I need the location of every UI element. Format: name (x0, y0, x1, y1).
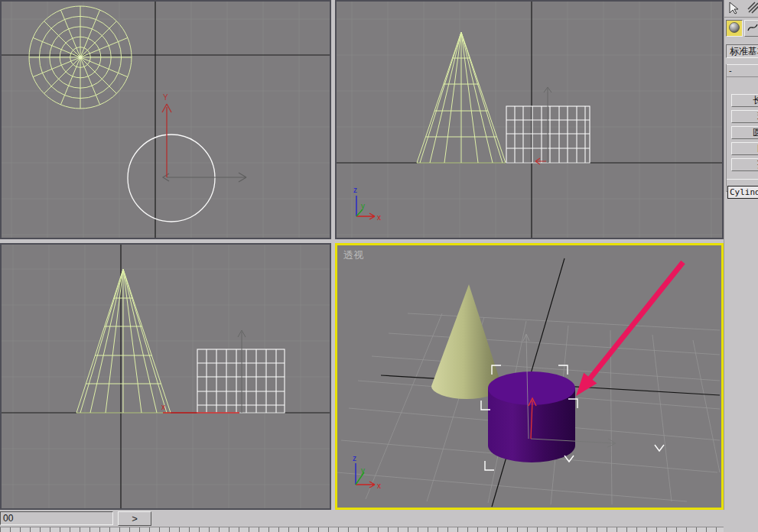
box-button[interactable]: 长方体 (731, 94, 758, 107)
annotation-arrow (576, 261, 685, 396)
cylinder-left-wireframe-selected[interactable] (197, 349, 285, 413)
torus-button[interactable]: 圆环 (731, 142, 758, 155)
tripod-z-label: z (353, 454, 356, 462)
tripod-y-label: y (361, 466, 365, 475)
gizmo-x-axis[interactable] (163, 173, 246, 182)
tripod-z-label: z (353, 186, 357, 194)
viewport-left-canvas: x (0, 243, 331, 510)
viewport-perspective-active[interactable]: 透视 (335, 243, 724, 510)
viewport-left[interactable]: x (0, 243, 331, 510)
command-panel: 标准基本体 - 长方体 球体 圆柱体 圆环 茶壶 - Cylinder01 (724, 0, 758, 532)
shapes-category-button[interactable] (744, 20, 758, 37)
axis-tripod: z x y (353, 186, 381, 222)
geometry-category-button[interactable] (726, 20, 743, 37)
teapot-button[interactable]: 茶壶 (731, 158, 758, 171)
track-bar-ruler[interactable] (0, 527, 724, 532)
move-gizmo[interactable] (535, 87, 551, 164)
tripod-x-axis (356, 482, 375, 488)
time-slider-field[interactable]: 00 (0, 511, 113, 525)
cone-top-wireframe[interactable] (29, 6, 132, 109)
tripod-y-axis (356, 209, 363, 216)
move-gizmo[interactable]: Y (162, 93, 246, 182)
viewport-front-canvas: z x y (335, 0, 724, 239)
gizmo-y-label: Y (163, 93, 168, 102)
viewport-top-canvas: Y (0, 0, 331, 239)
cylinder-button[interactable]: 圆柱体 (731, 126, 758, 139)
viewport-front[interactable]: z x y (335, 0, 724, 239)
tripod-x-axis (356, 213, 375, 219)
cone-shaded[interactable] (431, 284, 502, 399)
viewport-perspective-canvas: z x y (335, 243, 724, 510)
select-cursor-icon[interactable] (727, 2, 740, 15)
viewport-label: 透视 (343, 248, 363, 262)
object-type-rollout: - 长方体 球体 圆柱体 圆环 茶壶 - (726, 64, 758, 192)
gizmo-x-label: x (161, 403, 165, 411)
mirror-tool-icon[interactable] (747, 2, 758, 15)
sphere-button[interactable]: 球体 (731, 110, 758, 123)
cylinder-top-wireframe-selected[interactable] (128, 135, 215, 222)
shapes-icon (747, 21, 758, 34)
grid-lines (0, 0, 331, 239)
next-frame-button[interactable]: > (118, 511, 151, 526)
tripod-x-label: x (377, 482, 381, 490)
gizmo-x-axis[interactable] (535, 158, 546, 164)
tripod-x-label: x (377, 213, 381, 222)
gizmo-y-axis[interactable] (162, 104, 171, 177)
tripod-y-label: y (361, 202, 365, 210)
viewport-top[interactable]: Y (0, 0, 331, 239)
world-axes (0, 0, 331, 239)
gizmo-y-axis[interactable] (238, 330, 246, 413)
rollout-header[interactable]: - (727, 64, 758, 77)
move-gizmo[interactable]: x (161, 330, 246, 413)
primitive-type-dropdown[interactable]: 标准基本体 (726, 44, 758, 58)
status-bar: 00 > (0, 510, 758, 532)
cone-front-wireframe[interactable] (417, 32, 506, 163)
object-name-field[interactable]: Cylinder01 (727, 186, 758, 199)
panel-toolbar (724, 0, 758, 18)
sphere-icon (728, 21, 740, 34)
